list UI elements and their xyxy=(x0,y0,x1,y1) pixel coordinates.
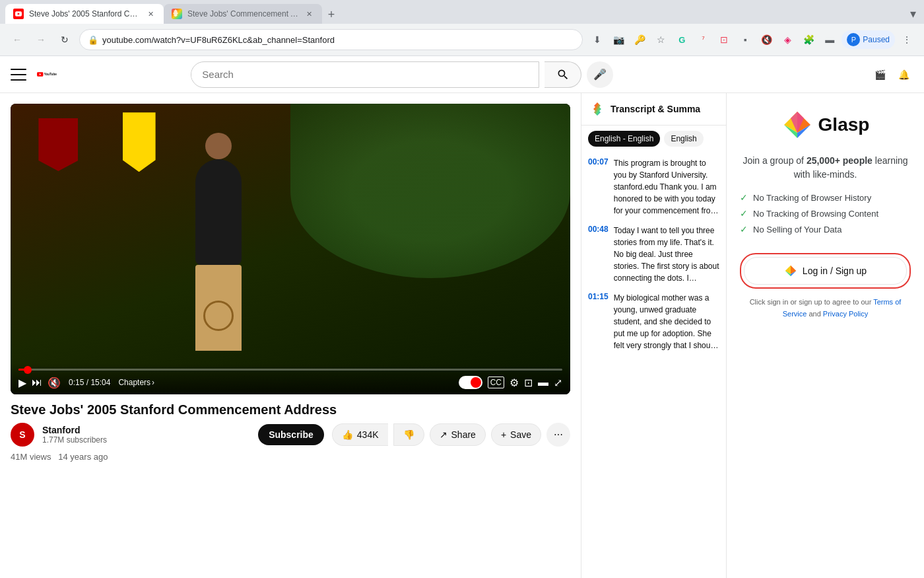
toggle-dot xyxy=(471,377,481,388)
dislike-button[interactable]: 👎 xyxy=(393,423,424,446)
tagline-prefix: Join a group of xyxy=(742,155,807,166)
lang-tab-english-english[interactable]: English - English xyxy=(588,131,660,147)
avatar: P xyxy=(847,33,860,46)
theater-button[interactable]: ▬ xyxy=(538,377,548,388)
controls-row: ▶ ⏭ 🔇 0:15 / 15:04 Chapters › xyxy=(18,376,562,389)
footer-prefix: Click sign in or sign up to agree to our xyxy=(750,298,872,306)
glasp-logo-section: Glasp xyxy=(781,109,870,141)
tab-1-favicon xyxy=(13,9,24,19)
save-button[interactable]: + Save xyxy=(491,423,541,446)
transcript-text-0: This program is brought to you by Stanfo… xyxy=(614,157,719,217)
flag-right xyxy=(123,112,156,172)
forward-button[interactable]: → xyxy=(32,30,50,49)
progress-bar[interactable] xyxy=(18,369,562,371)
glasp-tagline: Join a group of 25,000+ people learning … xyxy=(740,154,911,182)
video-icon[interactable]: ▪ xyxy=(736,30,754,49)
create-icon[interactable]: 🎬 xyxy=(871,65,890,84)
sidebar-icon[interactable]: ▬ xyxy=(820,30,839,49)
tab-2[interactable]: Steve Jobs' Commencement A... ✕ xyxy=(164,4,322,24)
search-box xyxy=(191,61,539,88)
autoplay-toggle[interactable] xyxy=(459,376,482,389)
channel-subs: 1.77M subscribers xyxy=(42,435,250,445)
share-button[interactable]: ↗ Share xyxy=(430,423,486,446)
camera-icon[interactable]: 📷 xyxy=(609,30,628,49)
cc-button[interactable]: CC xyxy=(488,377,504,388)
channel-avatar[interactable]: S xyxy=(11,423,34,447)
transcript-entry-2: 01:15 My biological mother was a young, … xyxy=(588,292,719,351)
chapters-button[interactable]: Chapters › xyxy=(118,378,154,387)
timestamp-2[interactable]: 01:15 xyxy=(588,292,609,351)
check-icon-2: ✓ xyxy=(740,224,748,235)
svg-text:YouTube: YouTube xyxy=(44,73,57,76)
timestamp-0[interactable]: 00:07 xyxy=(588,157,609,217)
extension-7-icon[interactable]: ⁷ xyxy=(694,30,712,49)
tab-2-close[interactable]: ✕ xyxy=(304,9,314,19)
password-icon[interactable]: 🔑 xyxy=(630,30,649,49)
back-button[interactable]: ← xyxy=(8,30,26,49)
channel-name[interactable]: Stanford xyxy=(42,425,250,435)
timestamp-1[interactable]: 00:48 xyxy=(588,225,609,284)
time-total: 15:04 xyxy=(90,378,110,387)
dislike-icon: 👎 xyxy=(403,429,414,440)
progress-dot xyxy=(24,366,32,374)
video-age: 14 years ago xyxy=(58,452,108,462)
download-icon[interactable]: ⬇ xyxy=(588,30,607,49)
settings-button[interactable]: ⚙ xyxy=(510,377,519,389)
video-player[interactable]: ▶ ⏭ 🔇 0:15 / 15:04 Chapters › xyxy=(11,104,570,394)
feature-text-0: No Tracking of Browser History xyxy=(753,193,871,203)
hamburger-menu[interactable] xyxy=(11,67,26,83)
login-glasp-icon xyxy=(784,264,797,277)
login-button-wrapper: Log in / Sign up xyxy=(740,253,911,289)
glasp-features: ✓ No Tracking of Browser History ✓ No Tr… xyxy=(740,192,911,240)
extensions-icon[interactable]: 🧩 xyxy=(799,30,818,49)
bookmark-icon[interactable]: ☆ xyxy=(651,30,670,49)
paused-status: Paused xyxy=(863,35,890,44)
tagline-highlight: 25,000+ people xyxy=(807,155,873,166)
play-button[interactable]: ▶ xyxy=(18,377,26,389)
share-icon: ↗ xyxy=(440,429,447,440)
save-icon: + xyxy=(501,429,506,440)
login-signup-button[interactable]: Log in / Sign up xyxy=(744,257,907,285)
fullscreen-button[interactable]: ⤢ xyxy=(554,377,562,389)
time-current: 0:15 xyxy=(69,378,84,387)
transcript-text-1: Today I want to tell you three stories f… xyxy=(614,225,719,284)
mute-icon[interactable]: 🔇 xyxy=(757,30,776,49)
privacy-policy-link[interactable]: Privacy Policy xyxy=(823,310,868,318)
toolbar-icons: ⬇ 📷 🔑 ☆ G ⁷ ⊡ ▪ 🔇 ◈ 🧩 ▬ P Paused ⋮ xyxy=(588,30,916,49)
pocket-icon[interactable]: ⊡ xyxy=(715,30,733,49)
next-button[interactable]: ⏭ xyxy=(32,377,42,388)
subscribe-button[interactable]: Subscribe xyxy=(258,424,324,445)
transcript-entry-0: 00:07 This program is brought to you by … xyxy=(588,157,719,217)
flag-left xyxy=(38,118,78,171)
view-count: 41M views xyxy=(11,452,51,462)
language-tabs: English - English English xyxy=(581,126,726,152)
browser-chrome: Steve Jobs' 2005 Stanford Co... ✕ Steve … xyxy=(0,0,924,56)
miniplayer-button[interactable]: ⊡ xyxy=(524,377,533,389)
menu-icon[interactable]: ⋮ xyxy=(898,30,916,49)
video-scene xyxy=(11,104,570,394)
grammarly-icon[interactable]: G xyxy=(673,30,691,49)
search-button[interactable] xyxy=(544,61,581,88)
like-button[interactable]: 👍 434K xyxy=(332,423,388,446)
profile-button[interactable]: P Paused xyxy=(842,30,895,49)
tab-1-close[interactable]: ✕ xyxy=(145,9,156,19)
reload-button[interactable]: ↻ xyxy=(55,30,74,49)
color-icon[interactable]: ◈ xyxy=(778,30,797,49)
mic-button[interactable]: 🎤 xyxy=(587,61,613,88)
like-count: 434K xyxy=(357,429,379,440)
tab-1[interactable]: Steve Jobs' 2005 Stanford Co... ✕ xyxy=(5,4,164,24)
video-section: ▶ ⏭ 🔇 0:15 / 15:04 Chapters › xyxy=(0,93,581,578)
stage-podium xyxy=(195,265,242,351)
lang-tab-english[interactable]: English xyxy=(664,131,703,147)
feature-text-1: No Tracking of Browsing Content xyxy=(753,209,878,219)
header-right: 🎬 🔔 xyxy=(871,65,913,84)
search-input[interactable] xyxy=(191,69,539,80)
youtube-logo[interactable]: YouTube JP xyxy=(37,67,57,81)
volume-button[interactable]: 🔇 xyxy=(48,377,61,389)
tab-menu-button[interactable]: ▾ xyxy=(908,4,919,24)
new-tab-button[interactable]: + xyxy=(322,5,341,24)
more-button[interactable]: ⋯ xyxy=(546,423,570,447)
address-bar[interactable]: 🔒 youtube.com/watch?v=UF8uR6Z6KLc&ab_cha… xyxy=(79,29,583,50)
check-icon-1: ✓ xyxy=(740,208,748,219)
notification-icon[interactable]: 🔔 xyxy=(895,65,913,84)
